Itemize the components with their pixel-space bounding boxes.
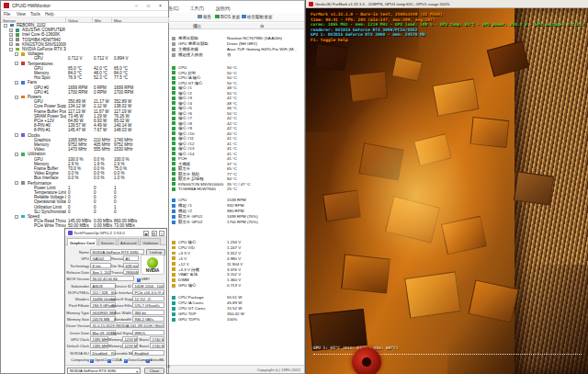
toolbar-report-button[interactable]: 報告 (198, 15, 211, 21)
field-label: Pixel Fillrate (66, 303, 89, 308)
field-label: Die Size (111, 264, 122, 268)
field-label: Bandwidth (111, 317, 131, 322)
feature-checkbox[interactable]: ✓OpenCL (90, 357, 107, 363)
column-field[interactable]: 欄位 (193, 24, 201, 28)
feature-checkbox[interactable]: ✓DirectML (146, 357, 164, 363)
furmark-titlebar[interactable]: Geeks3D FurMark v1.32.1.0 - 203FPS, GPU1… (306, 0, 588, 8)
expander-icon[interactable]: - (4, 24, 7, 28)
bios-update-icon (215, 15, 220, 19)
gpuz-titlebar[interactable]: TechPowerUp GPU-Z 2.53.0 ◉⚙× (65, 229, 166, 237)
sensor-row-info (172, 53, 175, 57)
expander-icon[interactable]: - (15, 96, 18, 99)
tab-sensors[interactable]: Sensors (98, 238, 117, 245)
osd-line: cores: 1065 MHz - mem: 1219 MHz - GPU lo… (311, 22, 584, 27)
menu-tools[interactable]: Tools (30, 12, 40, 17)
sensor-row-temp (172, 117, 175, 120)
expander-icon[interactable]: - (15, 215, 18, 219)
sensor-value: 1.234 V (227, 240, 241, 245)
sensor-row-temp (172, 107, 175, 110)
sensor-row-temp (172, 131, 175, 135)
expander-icon[interactable]: + (9, 42, 13, 46)
gpu-select-dropdown[interactable]: NVIDIA GeForce RTX 3090▼ (67, 368, 141, 374)
field-value: A1 (123, 255, 139, 261)
toolbar-bios-update-button[interactable]: BIOS 更新 (215, 15, 240, 21)
field-value: GA102 (90, 255, 111, 261)
hwmonitor-app-icon (4, 3, 9, 8)
menu-item[interactable]: 工具(T) (190, 6, 204, 11)
sensor-value: 4.980 V (227, 256, 241, 262)
osd-line: FurMark v1.32.1.0 - Burn-in test, 2560x1… (311, 12, 443, 17)
sensor-row-temp (172, 167, 175, 171)
sensor-label: CPU Package (178, 295, 226, 300)
expander-icon[interactable]: + (9, 33, 13, 37)
sensor-value: 1.247 V (227, 245, 241, 251)
field-label: GPU Clock (66, 337, 89, 342)
minimize-button[interactable]: – (130, 1, 142, 11)
field-row: Default Clock1395 MHzMemory1219 MHzBoost… (65, 343, 166, 349)
expander-icon[interactable]: - (15, 52, 18, 56)
sensor-value: 1699 RPM (70%) (227, 214, 258, 220)
field-label: ROPs/TMUs (66, 290, 89, 295)
toolbar-driver-update-button[interactable]: 檢查驅動更新 (242, 15, 273, 21)
mainboard-icon (16, 28, 19, 32)
sensor-value: 3.376 V (227, 267, 241, 273)
expander-icon[interactable]: + (9, 28, 13, 32)
expander-icon[interactable]: - (15, 62, 18, 65)
tab-advanced[interactable]: Advanced (118, 238, 139, 245)
sensor-row-temp (172, 152, 175, 155)
field-label: Default Clock (66, 344, 89, 348)
expander-icon[interactable]: - (15, 181, 18, 185)
sensor-label: CPU IA Cores (178, 300, 226, 306)
sensor-label: DIMM (178, 278, 226, 283)
column-value[interactable]: 值 (260, 24, 265, 28)
field-label: Memory (108, 344, 121, 348)
field-label: Memory (108, 337, 121, 342)
tab-graphics-card[interactable]: Graphics Card (67, 238, 97, 245)
sensor-row-fan (172, 204, 175, 208)
field-value: 28300M (123, 269, 139, 275)
tab-validation[interactable]: Validation (140, 238, 161, 245)
expander-icon[interactable]: - (9, 48, 13, 51)
field-value: 94.02.42.00.84 (90, 276, 134, 281)
gpu-temp-readout: GPU 1: 65°C (min: 63°C - max: 66°C) (313, 346, 399, 350)
sensor-row-temp (172, 137, 175, 141)
hwmonitor-menubar: FileViewToolsHelp (1, 11, 168, 17)
feature-checkbox[interactable]: ✓CUDA (107, 357, 122, 363)
hwmonitor-titlebar[interactable]: CPUID HWMonitor –□× (1, 1, 168, 11)
sensor-row-temp (172, 76, 175, 80)
sensor-row-temp (172, 121, 175, 125)
menu-view[interactable]: View (17, 12, 26, 17)
sensor-row-volt (172, 246, 175, 250)
sensor-label: CPU GT Cores (178, 306, 226, 312)
expander-icon[interactable]: - (15, 133, 18, 137)
gpuz-window: TechPowerUp GPU-Z 2.53.0 ◉⚙× Graphics Ca… (64, 228, 167, 374)
field-label: Driver Date (66, 331, 89, 335)
expander-icon[interactable]: - (15, 153, 18, 156)
field-label: BIOS Version (66, 277, 89, 281)
close-button[interactable]: × (154, 1, 166, 11)
maximize-button[interactable]: □ (142, 1, 154, 11)
sensor-value: 3.152 V (227, 272, 241, 278)
sensor-label: VBAT 電池 (178, 272, 226, 278)
close-button[interactable]: Close (144, 368, 164, 374)
menu-help[interactable]: Help (45, 12, 53, 17)
menu-item[interactable]: 說明(H) (216, 6, 231, 11)
settings-icon[interactable]: ⚙ (152, 231, 157, 236)
field-value: WHQL (132, 330, 164, 335)
menu-file[interactable]: File (4, 12, 10, 17)
expander-icon[interactable]: - (15, 81, 18, 85)
sensor-row-fan (172, 215, 175, 219)
computer-icon (10, 24, 14, 28)
field-label: Memory Type (66, 311, 89, 315)
uefi-checkbox[interactable]: ✓UEFI (137, 277, 149, 282)
close-icon[interactable]: × (159, 231, 164, 236)
driver-update-icon (242, 15, 246, 19)
sensor-value: 11.904 V (227, 262, 243, 267)
sensor-value: 1700 RPM (70%) (227, 220, 258, 225)
camera-icon[interactable]: ◉ (143, 231, 149, 236)
field-value: 628 mm² (123, 263, 139, 268)
expander-icon[interactable]: + (9, 38, 13, 41)
sensor-value: 25 °C (227, 187, 237, 192)
sensor-label: PCIe Write Throughput (34, 223, 66, 228)
sensor-row-temp (172, 96, 175, 100)
